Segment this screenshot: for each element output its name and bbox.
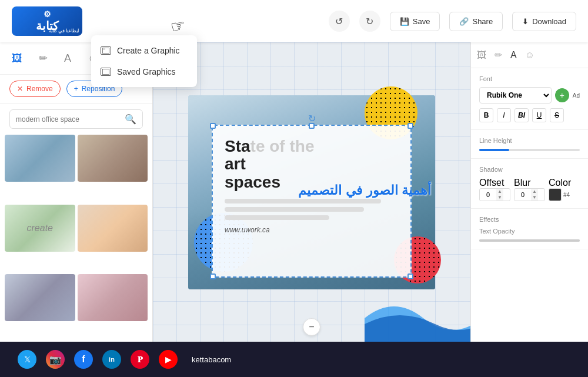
image-thumb-1[interactable] — [5, 135, 75, 182]
text-line-1 — [225, 199, 381, 203]
effects-label: Effects — [479, 216, 580, 223]
offset-up[interactable]: ▲ — [496, 189, 503, 195]
font-row: Rubik One + Ad — [479, 87, 580, 104]
svg-rect-1 — [103, 48, 105, 50]
save-button[interactable]: 💾 Save — [390, 12, 440, 31]
header-right: ↺ ↻ 💾 Save 🔗 Share ⬇ Download — [329, 11, 576, 32]
footer-url: kettabacom — [192, 355, 231, 364]
image-thumb-6[interactable] — [78, 274, 148, 321]
blur-label: Blur — [514, 178, 530, 188]
add-font-button[interactable]: + — [555, 88, 569, 102]
zoom-out-button[interactable]: − — [303, 318, 320, 336]
underline-button[interactable]: U — [532, 108, 546, 122]
ad-label: Ad — [573, 92, 580, 99]
right-panel-tabs: 🖼 ✏ A ☺ — [471, 42, 588, 68]
undo-button[interactable]: ↺ — [329, 11, 350, 32]
wave-decoration — [365, 295, 482, 342]
social-pinterest[interactable]: 𝐏 — [131, 350, 149, 369]
right-panel: 🖼 ✏ A ☺ Font Rubik One + Ad B I BI U S L… — [470, 42, 588, 342]
rotate-handle[interactable]: ↻ — [308, 113, 316, 124]
opacity-fill — [479, 239, 580, 242]
search-icon: 🔍 — [125, 114, 136, 125]
social-twitter[interactable]: 𝕏 — [18, 350, 36, 369]
blur-input-group: ▲ ▼ — [514, 188, 545, 201]
arabic-caption: أهمية الصور في التصميم — [298, 183, 430, 198]
italic-button[interactable]: I — [497, 108, 511, 122]
left-panel: 🖼 ✏ A ☺ △ ✕ Remove + Reposition 🔍 create — [0, 42, 153, 342]
font-select[interactable]: Rubik One — [479, 87, 552, 104]
top-header: ⚙ كتابة ابطاعنا في كتابة ↺ ↻ 💾 Save 🔗 Sh… — [0, 0, 588, 42]
shadow-section: Shadow Offset ▲ ▼ Blur ▲ ▼ — [471, 159, 588, 209]
tab-images[interactable]: 🖼 — [9, 50, 25, 67]
search-input[interactable] — [16, 115, 120, 124]
logo-subtitle: ابطاعنا في كتابة — [49, 28, 79, 34]
bold-italic-button[interactable]: BI — [514, 108, 529, 122]
redo-button[interactable]: ↻ — [359, 11, 380, 32]
effects-section: Effects Text Opacity — [471, 209, 588, 249]
remove-button[interactable]: ✕ Remove — [9, 81, 61, 97]
saved-graphics-item[interactable]: Saved Graphics — [91, 61, 197, 82]
remove-label: Remove — [26, 85, 53, 93]
rtab-text[interactable]: A — [510, 50, 517, 61]
image-thumb-4[interactable] — [78, 205, 148, 252]
remove-icon: ✕ — [17, 85, 23, 93]
create-graphic-item[interactable]: Create a Graphic — [91, 40, 197, 61]
saved-graphics-icon — [101, 68, 111, 76]
handle-tr — [407, 123, 413, 129]
canvas-card[interactable]: ↻ State of the art spaces www.uwork.ca أ… — [188, 95, 435, 289]
save-icon: 💾 — [400, 17, 409, 26]
offset-input[interactable] — [480, 189, 496, 200]
rtab-emoji[interactable]: ☺ — [525, 50, 534, 61]
shadow-label: Shadow — [479, 166, 580, 173]
image-thumb-2[interactable] — [78, 135, 148, 182]
blur-col: Blur ▲ ▼ — [514, 178, 545, 201]
image-grid: create — [0, 135, 152, 342]
blur-input[interactable] — [514, 189, 531, 200]
text-opacity-label: Text Opacity — [479, 228, 580, 235]
content-card[interactable]: ↻ State of the art spaces www.uwork.ca — [212, 125, 412, 278]
text-line-3 — [225, 215, 329, 220]
share-button[interactable]: 🔗 Share — [449, 12, 503, 31]
image-thumb-5[interactable] — [5, 274, 75, 321]
image-thumb-3[interactable]: create — [5, 205, 75, 252]
social-instagram[interactable]: 📷 — [46, 350, 65, 369]
download-icon: ⬇ — [522, 17, 529, 26]
add-icon: + — [560, 91, 564, 100]
handle-tl — [210, 123, 216, 129]
blur-down[interactable]: ▼ — [531, 195, 538, 201]
font-section: Font Rubik One + Ad B I BI U S — [471, 68, 588, 130]
tab-pen[interactable]: ✏ — [36, 49, 50, 67]
share-label: Share — [472, 17, 493, 26]
offset-down[interactable]: ▼ — [496, 195, 503, 201]
download-label: Download — [532, 17, 566, 26]
download-button[interactable]: ⬇ Download — [512, 12, 576, 31]
line-height-label: Line Height — [479, 137, 580, 144]
color-label: Color — [549, 178, 571, 188]
tab-text[interactable]: A — [62, 50, 74, 67]
social-linkedin[interactable]: in — [102, 350, 121, 369]
color-value: #4 — [563, 192, 570, 198]
footer: 𝕏 📷 f in 𝐏 ▶ kettabacom — [0, 342, 588, 377]
rtab-pen[interactable]: ✏ — [495, 49, 502, 61]
bold-button[interactable]: B — [479, 108, 493, 122]
opacity-slider[interactable] — [479, 239, 580, 242]
saved-graphics-label: Saved Graphics — [117, 67, 176, 76]
font-label: Font — [479, 75, 580, 82]
line-height-fill — [479, 149, 509, 151]
strikethrough-button[interactable]: S — [550, 108, 564, 122]
dropdown-menu: Create a Graphic Saved Graphics — [91, 35, 197, 87]
social-youtube[interactable]: ▶ — [159, 350, 178, 369]
blur-up[interactable]: ▲ — [531, 189, 538, 195]
create-graphic-label: Create a Graphic — [117, 46, 180, 55]
rtab-image[interactable]: 🖼 — [477, 50, 486, 61]
offset-label: Offset — [479, 178, 504, 188]
shadow-color-swatch[interactable] — [549, 188, 562, 201]
handle-bl — [210, 273, 216, 279]
line-height-slider[interactable] — [479, 149, 580, 151]
format-row: B I BI U S — [479, 108, 580, 122]
shadow-row: Offset ▲ ▼ Blur ▲ ▼ — [479, 178, 580, 201]
social-facebook[interactable]: f — [74, 350, 93, 369]
save-label: Save — [413, 17, 430, 26]
text-line-2 — [225, 207, 364, 212]
share-icon: 🔗 — [459, 17, 469, 26]
